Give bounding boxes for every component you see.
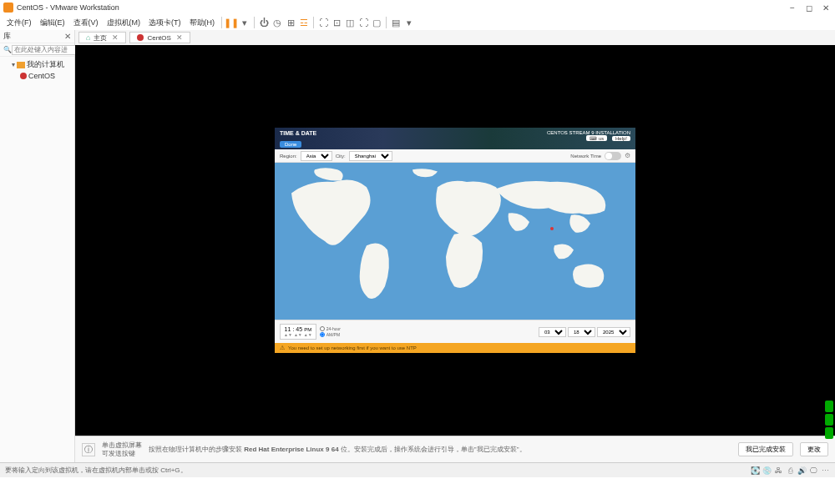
quick-switch-icon[interactable]: ◫: [344, 17, 356, 28]
menu-view[interactable]: 查看(V): [70, 16, 102, 30]
installer-window: TIME & DATE Done CENTOS STREAM 9 INSTALL…: [275, 128, 635, 353]
hint-text: 单击虚拟屏幕 可发送按键: [102, 441, 142, 457]
sidebar: 库 ✕ 🔍 ▾ ▾ 我的计算机 CentOS: [0, 30, 75, 462]
close-button[interactable]: ✕: [820, 2, 832, 13]
sidebar-title: 库: [3, 31, 11, 42]
maximize-button[interactable]: ◻: [803, 2, 815, 13]
bottom-info-bar: ⓘ 单击虚拟屏幕 可发送按键 按照在物理计算机中的步骤安装 Red Hat En…: [75, 436, 835, 462]
installer-header: TIME & DATE Done CENTOS STREAM 9 INSTALL…: [275, 128, 635, 149]
menu-file[interactable]: 文件(F): [3, 16, 35, 30]
menu-tabs[interactable]: 选项卡(T): [145, 16, 185, 30]
change-button[interactable]: 更改: [800, 442, 828, 456]
right-indicators: [825, 401, 833, 439]
device-display-icon[interactable]: 🖵: [808, 466, 818, 476]
ampm-spinner[interactable]: ▲▼: [304, 332, 312, 337]
os-icon: [20, 73, 27, 79]
content-area: ⌂ 主页 ✕ CentOS ✕ TIME & DATE Done CENTOS …: [75, 30, 835, 462]
format-24h[interactable]: 24-hour: [320, 326, 341, 331]
hint-line1: 单击虚拟屏幕: [102, 441, 142, 450]
clock-icon[interactable]: ◷: [271, 17, 283, 28]
sidebar-header: 库 ✕: [0, 30, 74, 43]
hour-spinner[interactable]: ▲▼: [284, 332, 292, 337]
menu-edit[interactable]: 编辑(E): [37, 16, 68, 30]
day-select[interactable]: 18: [568, 327, 595, 337]
world-map[interactable]: [275, 163, 635, 320]
device-disk-icon[interactable]: 💽: [750, 466, 760, 476]
home-icon: ⌂: [86, 33, 90, 42]
snapshot-icon[interactable]: ⏻: [258, 17, 270, 28]
city-select[interactable]: Shanghai: [349, 151, 392, 161]
hour-value: 11: [285, 326, 291, 332]
date-selects: 03 18 2025: [539, 327, 630, 337]
sidebar-tree: ▾ 我的计算机 CentOS: [0, 57, 74, 83]
done-button[interactable]: Done: [280, 141, 301, 148]
installer-title: TIME & DATE: [280, 130, 316, 136]
gear-icon[interactable]: ⚙: [625, 152, 630, 159]
tab-centos[interactable]: CentOS ✕: [129, 32, 190, 43]
region-label: Region:: [280, 154, 297, 159]
snapshot-manager-icon[interactable]: ⊞: [285, 17, 296, 28]
tab-home[interactable]: ⌂ 主页 ✕: [78, 32, 126, 43]
installer-header-right: CENTOS STREAM 9 INSTALLATION ⌨ us Help!: [547, 130, 630, 141]
tree-item-centos[interactable]: CentOS: [3, 71, 71, 81]
network-time-toggle[interactable]: [605, 152, 621, 160]
hint-line2: 可发送按键: [102, 450, 142, 458]
tab-bar: ⌂ 主页 ✕ CentOS ✕: [75, 30, 835, 45]
menu-vm[interactable]: 虚拟机(M): [104, 16, 144, 30]
year-select[interactable]: 2025: [597, 327, 630, 337]
fullscreen-icon[interactable]: ⛶: [317, 17, 329, 28]
region-select[interactable]: Asia: [301, 151, 332, 161]
warning-text: You need to set up networking first if y…: [288, 345, 417, 350]
device-usb-icon[interactable]: ⎙: [785, 466, 795, 476]
dropdown-icon[interactable]: ▾: [403, 17, 415, 28]
power-icon[interactable]: ☲: [298, 17, 310, 28]
tree-root-mycomputer[interactable]: ▾ 我的计算机: [3, 58, 71, 71]
menu-help[interactable]: 帮助(H): [186, 16, 219, 30]
device-network-icon[interactable]: 🖧: [773, 466, 783, 476]
close-tab-icon[interactable]: ✕: [112, 33, 119, 42]
menu-bar: 文件(F) 编辑(E) 查看(V) 虚拟机(M) 选项卡(T) 帮助(H) ❚❚…: [0, 15, 835, 30]
minimize-button[interactable]: −: [787, 2, 798, 13]
stretch-icon[interactable]: ⛶: [357, 17, 369, 28]
minute-spinner[interactable]: ▲▼: [294, 332, 302, 337]
status-bar: 要将输入定向到该虚拟机，请在虚拟机内部单击或按 Ctrl+G。 💽 💿 🖧 ⎙ …: [0, 462, 835, 477]
sidebar-close-icon[interactable]: ✕: [64, 32, 71, 41]
indicator: [825, 427, 833, 439]
unity-icon[interactable]: ⊡: [331, 17, 342, 28]
installer-bottom: 11 : 45 PM ▲▼ ▲▼ ▲▼ 24-hour AM/: [275, 320, 635, 343]
tab-home-label: 主页: [94, 33, 107, 43]
device-cd-icon[interactable]: 💿: [762, 466, 772, 476]
library-icon[interactable]: ▤: [390, 17, 402, 28]
close-tab-icon[interactable]: ✕: [176, 33, 183, 42]
install-done-button[interactable]: 我已完成安装: [738, 442, 793, 456]
window-controls: − ◻ ✕: [787, 2, 832, 13]
format-ampm[interactable]: AM/PM: [320, 332, 341, 337]
vm-display[interactable]: TIME & DATE Done CENTOS STREAM 9 INSTALL…: [75, 45, 835, 436]
help-button[interactable]: Help!: [612, 136, 630, 141]
pause-icon[interactable]: ❚❚: [225, 17, 237, 28]
info-icon: ⓘ: [82, 443, 95, 456]
minute-value: 45: [296, 326, 302, 332]
time-format-block: 24-hour AM/PM: [320, 326, 341, 337]
tree-item-label: CentOS: [28, 72, 55, 80]
device-sound-icon[interactable]: 🔊: [797, 466, 807, 476]
keyboard-layout-pill[interactable]: ⌨ us: [586, 135, 607, 141]
status-text: 要将输入定向到该虚拟机，请在虚拟机内部单击或按 Ctrl+G。: [5, 466, 187, 475]
device-more-icon[interactable]: ⋯: [820, 466, 830, 476]
indicator: [825, 414, 833, 426]
ampm-value: PM: [304, 327, 311, 332]
install-message: 按照在物理计算机中的步骤安装 Red Hat Enterprise Linux …: [149, 446, 526, 454]
main-area: 库 ✕ 🔍 ▾ ▾ 我的计算机 CentOS ⌂ 主页 ✕: [0, 30, 835, 462]
warning-bar: ⚠ You need to set up networking first if…: [275, 343, 635, 353]
month-select[interactable]: 03: [539, 327, 566, 337]
dropdown-icon[interactable]: ▾: [239, 17, 250, 28]
folder-icon: [17, 62, 25, 68]
installer-controls: Region: Asia City: Shanghai Network Time…: [275, 149, 635, 163]
os-icon: [137, 34, 144, 41]
console-view-icon[interactable]: ▢: [371, 17, 382, 28]
city-label: City:: [336, 154, 346, 159]
separator: [386, 17, 387, 28]
title-bar: CentOS - VMware Workstation − ◻ ✕: [0, 0, 835, 15]
app-icon: [3, 3, 13, 13]
tree-root-label: 我的计算机: [27, 59, 64, 70]
